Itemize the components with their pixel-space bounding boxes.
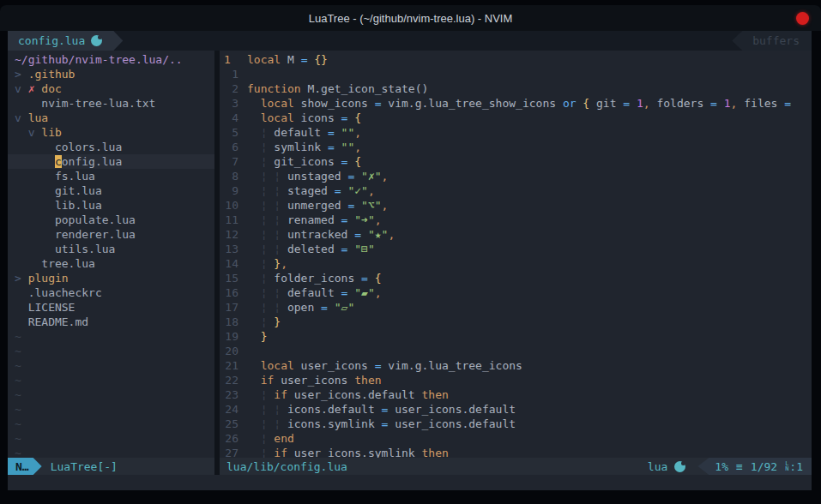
- code-line-16[interactable]: 15 ¦ folder_icons = {: [220, 271, 812, 285]
- code-line-6[interactable]: 5 ¦ default = "",: [220, 125, 812, 140]
- tree-item-root[interactable]: ~/github/nvim-tree.lua/..: [8, 52, 214, 67]
- statusline-position-segment: 1% ≡ 1/92 L N :1: [697, 458, 812, 475]
- text-segment: [247, 111, 261, 124]
- code-line-17[interactable]: 16 ¦ ¦ default = "▰",: [220, 285, 812, 300]
- code-line-23[interactable]: 22 if user_icons then: [220, 373, 812, 387]
- line-number: 12: [220, 227, 247, 242]
- text-segment: =: [328, 141, 335, 153]
- text-segment: README.md: [28, 315, 88, 328]
- tree-item-nvim-tree-lua-txt[interactable]: nvim-tree-lua.txt: [8, 96, 214, 111]
- code-line-11[interactable]: 10 ¦ ¦ unmerged = "⌥",: [220, 198, 812, 213]
- text-segment: tree.lua: [41, 257, 95, 270]
- code-line-5[interactable]: 4 local icons = {: [220, 111, 812, 125]
- tree-item-git-lua[interactable]: git.lua: [8, 183, 214, 198]
- tabline-spacer: [123, 31, 732, 51]
- code-line-20[interactable]: 19 }: [220, 329, 812, 344]
- text-segment: local: [261, 111, 294, 124]
- code-line-7[interactable]: 6 ¦ symlink = "",: [220, 140, 812, 154]
- tree-item-lib[interactable]: v lib: [8, 125, 214, 140]
- tree-item-readme[interactable]: README.md: [8, 315, 214, 329]
- text-segment: folders: [650, 97, 710, 110]
- text-segment: git: [589, 97, 623, 110]
- tree-item-renderer-lua[interactable]: renderer.lua: [8, 227, 214, 242]
- text-segment: "✗": [361, 170, 381, 183]
- code-line-26[interactable]: 25 ¦ ¦ icons.symlink = user_icons.defaul…: [220, 417, 812, 431]
- code-line-13[interactable]: 12 ¦ ¦ untracked = "★",: [220, 227, 812, 242]
- tree-item-doc[interactable]: v ✗ doc: [8, 81, 214, 96]
- line-number: 11: [220, 213, 247, 227]
- text-segment: 1: [724, 97, 731, 110]
- code-line-18[interactable]: 17 ¦ ¦ open = "▱": [220, 300, 812, 315]
- text-segment: ✗: [28, 82, 42, 95]
- tree-item-lua[interactable]: v lua: [8, 111, 214, 125]
- code-line-2[interactable]: 1: [220, 67, 812, 81]
- code-line-10[interactable]: 9 ¦ ¦ staged = "✓",: [220, 183, 812, 198]
- line-number: 1: [220, 52, 247, 67]
- code-line-21[interactable]: 20: [220, 344, 812, 358]
- text-segment: function: [247, 82, 301, 95]
- nvim-terminal-window: { "window": { "title": "LuaTree - (~/git…: [0, 0, 821, 504]
- statusline: N… LuaTree[-] lua/lib/config.lua lua 1% …: [8, 458, 812, 475]
- line-number: 4: [220, 111, 247, 125]
- tree-item-license[interactable]: LICENSE: [8, 300, 214, 315]
- tree-item-plugin[interactable]: > plugin: [8, 271, 214, 285]
- code-line-8[interactable]: 7 ¦ git_icons = {: [220, 154, 812, 169]
- text-segment: [335, 126, 341, 139]
- code-text: ¦ ¦ icons.symlink = user_icons.default: [247, 417, 516, 431]
- code-line-25[interactable]: 24 ¦ ¦ icons.default = user_icons.defaul…: [220, 402, 812, 417]
- code-line-14[interactable]: 13 ¦ ¦ deleted = "⊟": [220, 242, 812, 256]
- empty-line-tilde: ~: [8, 329, 214, 344]
- text-segment: user_icons.default: [388, 417, 516, 430]
- code-line-4[interactable]: 3 local show_icons = vim.g.lua_tree_show…: [220, 96, 812, 111]
- text-segment: [247, 432, 261, 445]
- text-segment: unstaged: [281, 170, 347, 183]
- text-segment: renderer.lua: [55, 228, 136, 241]
- line-number: 10: [220, 198, 247, 213]
- cursor-block: c: [55, 155, 62, 168]
- text-segment: >: [15, 68, 28, 81]
- code-text: ¦ },: [247, 256, 287, 271]
- text-segment: local: [261, 97, 294, 110]
- code-line-15[interactable]: 14 ¦ },: [220, 256, 812, 271]
- tab-config-lua[interactable]: config.lua: [8, 31, 123, 51]
- code-line-1[interactable]: 1local M = {}: [220, 52, 812, 67]
- code-text: ¦ if user_icons.symlink then: [247, 446, 449, 458]
- buffers-segment[interactable]: buffers: [732, 31, 812, 51]
- code-line-24[interactable]: 23 ¦ if user_icons.default then: [220, 387, 812, 402]
- code-line-12[interactable]: 11 ¦ ¦ renamed = "➜",: [220, 213, 812, 227]
- tree-item-luacheckrc[interactable]: .luacheckrc: [8, 285, 214, 300]
- line-number: 5: [220, 125, 247, 140]
- text-segment: vim.g.lua_tree_show_icons: [382, 97, 563, 110]
- tree-item-fs-lua[interactable]: fs.lua: [8, 169, 214, 183]
- text-segment: ,: [375, 213, 382, 226]
- text-segment: files: [737, 97, 784, 110]
- code-line-27[interactable]: 26 ¦ end: [220, 431, 812, 446]
- code-text: }: [247, 329, 267, 344]
- text-segment: ¦: [274, 403, 281, 416]
- code-line-3[interactable]: 2function M.get_icon_state(): [220, 81, 812, 96]
- line-number: 13: [220, 242, 247, 256]
- tree-item-tree-lua[interactable]: tree.lua: [8, 256, 214, 271]
- code-line-9[interactable]: 8 ¦ ¦ unstaged = "✗",: [220, 169, 812, 183]
- tree-item-utils-lua[interactable]: utils.lua: [8, 242, 214, 256]
- text-segment: ¦: [274, 417, 281, 430]
- text-segment: ¦: [274, 243, 281, 255]
- text-segment: user_icons.default: [388, 403, 516, 416]
- close-button[interactable]: [796, 12, 809, 25]
- text-segment: [354, 170, 361, 183]
- text-segment: {: [354, 111, 361, 124]
- code-line-22[interactable]: 21 local user_icons = vim.g.lua_tree_ico…: [220, 358, 812, 373]
- text-segment: "": [341, 126, 355, 139]
- tree-item-populate-lua[interactable]: populate.lua: [8, 213, 214, 227]
- line-number: 25: [220, 417, 247, 431]
- tree-item-github[interactable]: > .github: [8, 67, 214, 81]
- code-line-19[interactable]: 18 ¦ }: [220, 315, 812, 329]
- tree-item-colors-lua[interactable]: colors.lua: [8, 140, 214, 154]
- tree-item-config-lua[interactable]: config.lua: [8, 154, 214, 169]
- code-line-28[interactable]: 27 ¦ if user_icons.symlink then: [220, 446, 812, 458]
- text-segment: [15, 315, 28, 328]
- tree-item-lib-lua[interactable]: lib.lua: [8, 198, 214, 213]
- text-segment: [247, 126, 261, 139]
- empty-line-tilde: ~: [8, 417, 214, 431]
- command-line[interactable]: [8, 475, 812, 490]
